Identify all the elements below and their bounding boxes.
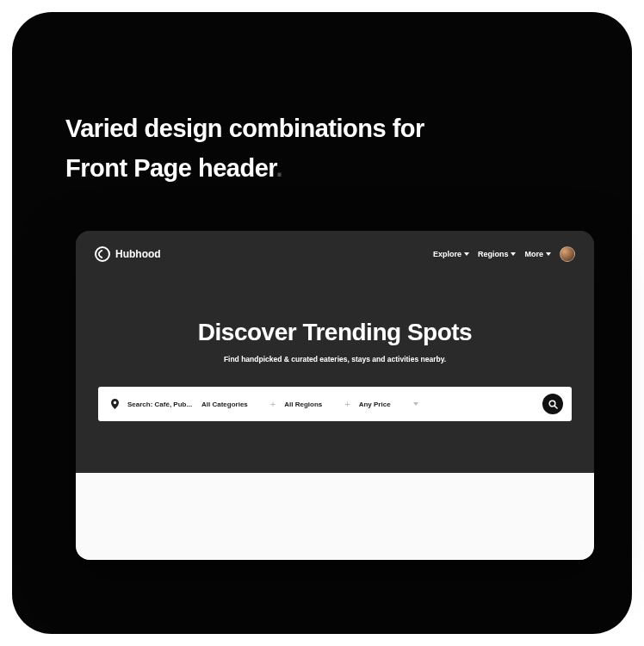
brand[interactable]: Hubhood bbox=[95, 246, 161, 262]
plus-icon: + bbox=[344, 399, 350, 409]
location-icon bbox=[110, 399, 119, 409]
chevron-down-icon bbox=[413, 402, 418, 406]
plus-icon: + bbox=[270, 399, 276, 409]
top-nav: Hubhood Explore Regions More bbox=[76, 231, 594, 265]
search-input[interactable] bbox=[127, 401, 193, 408]
nav-label: More bbox=[524, 250, 543, 258]
filter-categories[interactable]: All Categories + bbox=[201, 399, 276, 409]
nav-regions[interactable]: Regions bbox=[478, 250, 517, 258]
chevron-down-icon bbox=[546, 252, 551, 256]
avatar[interactable] bbox=[560, 246, 575, 262]
search-bar: All Categories + All Regions + Any Price bbox=[98, 387, 572, 421]
headline: Varied design combinations for Front Pag… bbox=[65, 109, 579, 189]
content-area bbox=[76, 473, 594, 560]
chevron-down-icon bbox=[464, 252, 469, 256]
headline-line2: Front Page header bbox=[65, 154, 276, 182]
nav-label: Regions bbox=[478, 250, 509, 258]
preview-window: Hubhood Explore Regions More bbox=[76, 231, 594, 560]
hero-section: Hubhood Explore Regions More bbox=[76, 231, 594, 473]
nav-more[interactable]: More bbox=[524, 250, 551, 258]
brand-name: Hubhood bbox=[115, 248, 161, 260]
hero-title: Discover Trending Spots bbox=[76, 319, 594, 346]
nav-explore[interactable]: Explore bbox=[433, 250, 469, 258]
promo-card: Varied design combinations for Front Pag… bbox=[12, 12, 632, 634]
nav-menu: Explore Regions More bbox=[433, 246, 575, 262]
headline-line1: Varied design combinations for bbox=[65, 115, 424, 142]
filter-regions[interactable]: All Regions + bbox=[284, 399, 350, 409]
svg-line-1 bbox=[554, 406, 557, 408]
filter-label: Any Price bbox=[359, 401, 391, 408]
hero-subtitle: Find handpicked & curated eateries, stay… bbox=[76, 355, 594, 363]
brand-logo-icon bbox=[95, 246, 110, 262]
search-button[interactable] bbox=[542, 394, 563, 414]
filter-price[interactable]: Any Price bbox=[359, 401, 418, 408]
search-icon bbox=[548, 400, 558, 409]
headline-dot: . bbox=[276, 154, 283, 182]
filter-label: All Regions bbox=[284, 401, 322, 408]
filter-label: All Categories bbox=[201, 401, 248, 408]
chevron-down-icon bbox=[511, 252, 516, 256]
nav-label: Explore bbox=[433, 250, 461, 258]
